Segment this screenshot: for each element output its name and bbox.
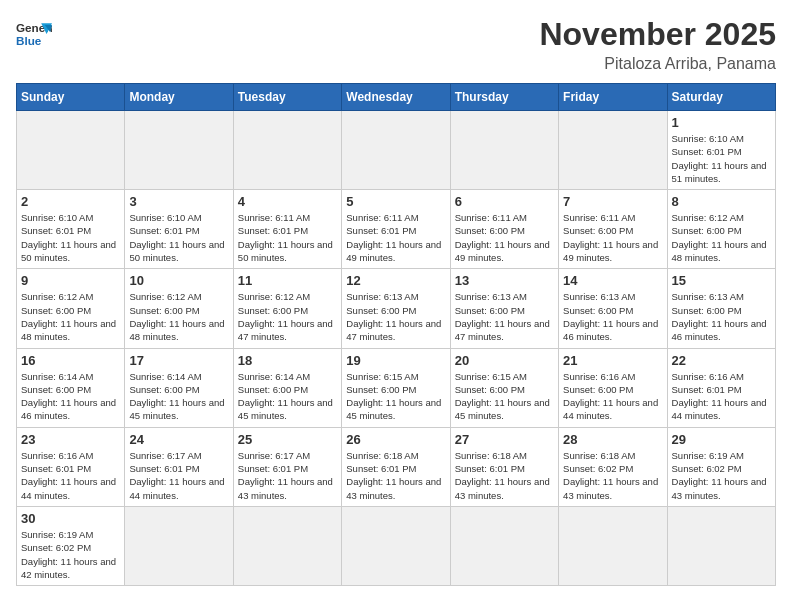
day-cell: 30Sunrise: 6:19 AM Sunset: 6:02 PM Dayli… (17, 506, 125, 585)
day-cell: 20Sunrise: 6:15 AM Sunset: 6:00 PM Dayli… (450, 348, 558, 427)
day-number: 8 (672, 194, 771, 209)
weekday-header-monday: Monday (125, 84, 233, 111)
day-cell: 21Sunrise: 6:16 AM Sunset: 6:00 PM Dayli… (559, 348, 667, 427)
day-cell: 1Sunrise: 6:10 AM Sunset: 6:01 PM Daylig… (667, 111, 775, 190)
day-cell: 13Sunrise: 6:13 AM Sunset: 6:00 PM Dayli… (450, 269, 558, 348)
day-number: 24 (129, 432, 228, 447)
day-info: Sunrise: 6:16 AM Sunset: 6:01 PM Dayligh… (21, 449, 120, 502)
day-info: Sunrise: 6:11 AM Sunset: 6:00 PM Dayligh… (563, 211, 662, 264)
day-cell (17, 111, 125, 190)
svg-text:Blue: Blue (16, 34, 42, 47)
day-number: 13 (455, 273, 554, 288)
day-cell (667, 506, 775, 585)
day-number: 29 (672, 432, 771, 447)
day-info: Sunrise: 6:10 AM Sunset: 6:01 PM Dayligh… (21, 211, 120, 264)
day-info: Sunrise: 6:17 AM Sunset: 6:01 PM Dayligh… (238, 449, 337, 502)
day-cell: 15Sunrise: 6:13 AM Sunset: 6:00 PM Dayli… (667, 269, 775, 348)
day-info: Sunrise: 6:19 AM Sunset: 6:02 PM Dayligh… (672, 449, 771, 502)
day-number: 14 (563, 273, 662, 288)
day-info: Sunrise: 6:14 AM Sunset: 6:00 PM Dayligh… (21, 370, 120, 423)
day-info: Sunrise: 6:12 AM Sunset: 6:00 PM Dayligh… (238, 290, 337, 343)
day-number: 21 (563, 353, 662, 368)
day-cell: 14Sunrise: 6:13 AM Sunset: 6:00 PM Dayli… (559, 269, 667, 348)
day-number: 2 (21, 194, 120, 209)
day-cell (233, 506, 341, 585)
day-number: 15 (672, 273, 771, 288)
day-info: Sunrise: 6:14 AM Sunset: 6:00 PM Dayligh… (129, 370, 228, 423)
day-number: 28 (563, 432, 662, 447)
day-cell: 29Sunrise: 6:19 AM Sunset: 6:02 PM Dayli… (667, 427, 775, 506)
day-info: Sunrise: 6:11 AM Sunset: 6:00 PM Dayligh… (455, 211, 554, 264)
day-info: Sunrise: 6:13 AM Sunset: 6:00 PM Dayligh… (563, 290, 662, 343)
logo-icon: General Blue (16, 16, 52, 52)
day-info: Sunrise: 6:11 AM Sunset: 6:01 PM Dayligh… (346, 211, 445, 264)
location: Pitaloza Arriba, Panama (539, 55, 776, 73)
weekday-header-tuesday: Tuesday (233, 84, 341, 111)
day-number: 27 (455, 432, 554, 447)
day-number: 4 (238, 194, 337, 209)
day-cell (125, 111, 233, 190)
day-cell: 28Sunrise: 6:18 AM Sunset: 6:02 PM Dayli… (559, 427, 667, 506)
day-info: Sunrise: 6:12 AM Sunset: 6:00 PM Dayligh… (672, 211, 771, 264)
day-cell (450, 506, 558, 585)
day-number: 22 (672, 353, 771, 368)
day-cell: 8Sunrise: 6:12 AM Sunset: 6:00 PM Daylig… (667, 190, 775, 269)
day-cell: 7Sunrise: 6:11 AM Sunset: 6:00 PM Daylig… (559, 190, 667, 269)
day-cell: 19Sunrise: 6:15 AM Sunset: 6:00 PM Dayli… (342, 348, 450, 427)
day-cell: 5Sunrise: 6:11 AM Sunset: 6:01 PM Daylig… (342, 190, 450, 269)
title-block: November 2025 Pitaloza Arriba, Panama (539, 16, 776, 73)
day-info: Sunrise: 6:10 AM Sunset: 6:01 PM Dayligh… (672, 132, 771, 185)
week-row-3: 9Sunrise: 6:12 AM Sunset: 6:00 PM Daylig… (17, 269, 776, 348)
week-row-1: 1Sunrise: 6:10 AM Sunset: 6:01 PM Daylig… (17, 111, 776, 190)
day-info: Sunrise: 6:15 AM Sunset: 6:00 PM Dayligh… (346, 370, 445, 423)
day-cell: 17Sunrise: 6:14 AM Sunset: 6:00 PM Dayli… (125, 348, 233, 427)
weekday-header-friday: Friday (559, 84, 667, 111)
day-cell (342, 111, 450, 190)
weekday-header-wednesday: Wednesday (342, 84, 450, 111)
weekday-header-row: SundayMondayTuesdayWednesdayThursdayFrid… (17, 84, 776, 111)
day-cell: 25Sunrise: 6:17 AM Sunset: 6:01 PM Dayli… (233, 427, 341, 506)
month-title: November 2025 (539, 16, 776, 53)
day-cell: 11Sunrise: 6:12 AM Sunset: 6:00 PM Dayli… (233, 269, 341, 348)
day-number: 9 (21, 273, 120, 288)
day-info: Sunrise: 6:16 AM Sunset: 6:01 PM Dayligh… (672, 370, 771, 423)
day-cell: 18Sunrise: 6:14 AM Sunset: 6:00 PM Dayli… (233, 348, 341, 427)
day-info: Sunrise: 6:14 AM Sunset: 6:00 PM Dayligh… (238, 370, 337, 423)
day-cell (233, 111, 341, 190)
day-info: Sunrise: 6:13 AM Sunset: 6:00 PM Dayligh… (346, 290, 445, 343)
day-cell: 24Sunrise: 6:17 AM Sunset: 6:01 PM Dayli… (125, 427, 233, 506)
day-cell (559, 111, 667, 190)
day-number: 17 (129, 353, 228, 368)
weekday-header-thursday: Thursday (450, 84, 558, 111)
day-cell: 12Sunrise: 6:13 AM Sunset: 6:00 PM Dayli… (342, 269, 450, 348)
calendar-table: SundayMondayTuesdayWednesdayThursdayFrid… (16, 83, 776, 586)
day-cell: 2Sunrise: 6:10 AM Sunset: 6:01 PM Daylig… (17, 190, 125, 269)
day-info: Sunrise: 6:13 AM Sunset: 6:00 PM Dayligh… (455, 290, 554, 343)
day-number: 11 (238, 273, 337, 288)
day-info: Sunrise: 6:13 AM Sunset: 6:00 PM Dayligh… (672, 290, 771, 343)
logo: General Blue (16, 16, 52, 52)
day-number: 3 (129, 194, 228, 209)
day-cell: 26Sunrise: 6:18 AM Sunset: 6:01 PM Dayli… (342, 427, 450, 506)
day-cell: 4Sunrise: 6:11 AM Sunset: 6:01 PM Daylig… (233, 190, 341, 269)
page-header: General Blue November 2025 Pitaloza Arri… (16, 16, 776, 73)
day-number: 5 (346, 194, 445, 209)
day-info: Sunrise: 6:12 AM Sunset: 6:00 PM Dayligh… (21, 290, 120, 343)
day-cell: 22Sunrise: 6:16 AM Sunset: 6:01 PM Dayli… (667, 348, 775, 427)
day-number: 25 (238, 432, 337, 447)
day-info: Sunrise: 6:19 AM Sunset: 6:02 PM Dayligh… (21, 528, 120, 581)
day-info: Sunrise: 6:18 AM Sunset: 6:01 PM Dayligh… (455, 449, 554, 502)
day-info: Sunrise: 6:17 AM Sunset: 6:01 PM Dayligh… (129, 449, 228, 502)
weekday-header-saturday: Saturday (667, 84, 775, 111)
day-info: Sunrise: 6:11 AM Sunset: 6:01 PM Dayligh… (238, 211, 337, 264)
day-number: 10 (129, 273, 228, 288)
day-info: Sunrise: 6:16 AM Sunset: 6:00 PM Dayligh… (563, 370, 662, 423)
day-info: Sunrise: 6:15 AM Sunset: 6:00 PM Dayligh… (455, 370, 554, 423)
day-cell: 3Sunrise: 6:10 AM Sunset: 6:01 PM Daylig… (125, 190, 233, 269)
day-number: 12 (346, 273, 445, 288)
week-row-5: 23Sunrise: 6:16 AM Sunset: 6:01 PM Dayli… (17, 427, 776, 506)
weekday-header-sunday: Sunday (17, 84, 125, 111)
day-cell: 27Sunrise: 6:18 AM Sunset: 6:01 PM Dayli… (450, 427, 558, 506)
day-cell: 9Sunrise: 6:12 AM Sunset: 6:00 PM Daylig… (17, 269, 125, 348)
week-row-2: 2Sunrise: 6:10 AM Sunset: 6:01 PM Daylig… (17, 190, 776, 269)
